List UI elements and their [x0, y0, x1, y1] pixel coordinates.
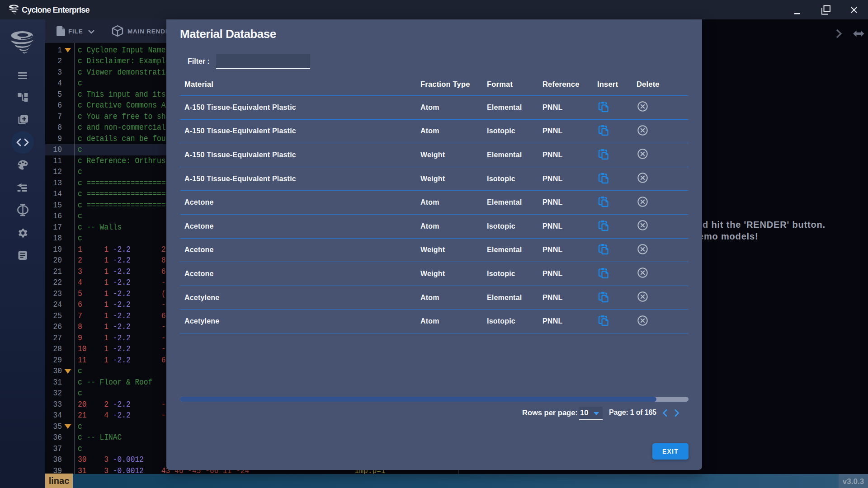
- svg-text:FILE: FILE: [68, 28, 83, 35]
